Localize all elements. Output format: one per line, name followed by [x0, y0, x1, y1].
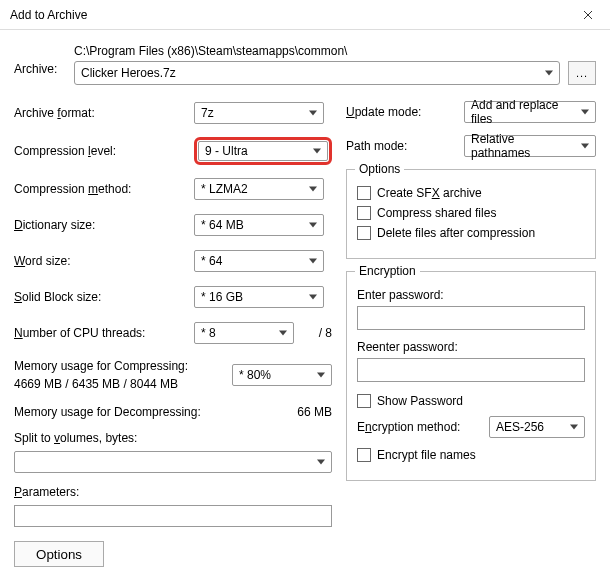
- compression-method-combo[interactable]: * LZMA2: [194, 178, 324, 200]
- encryption-legend: Encryption: [355, 264, 420, 278]
- chevron-down-icon: [309, 295, 317, 300]
- sfx-checkbox[interactable]: [357, 186, 371, 200]
- chevron-down-icon: [581, 110, 589, 115]
- chevron-down-icon: [309, 223, 317, 228]
- options-legend: Options: [355, 162, 404, 176]
- sfx-label: Create SFX archive: [377, 186, 482, 200]
- chevron-down-icon: [313, 149, 321, 154]
- path-mode-label: Path mode:: [346, 139, 456, 153]
- chevron-down-icon: [279, 331, 287, 336]
- archive-path: C:\Program Files (x86)\Steam\steamapps\c…: [74, 44, 596, 61]
- compress-shared-checkbox[interactable]: [357, 206, 371, 220]
- reenter-password-label: Reenter password:: [357, 340, 585, 354]
- compression-level-highlight: 9 - Ultra: [194, 137, 332, 165]
- dictionary-size-label: Dictionary size:: [14, 218, 194, 232]
- cpu-threads-suffix: / 8: [308, 326, 332, 340]
- split-volumes-label: Split to volumes, bytes:: [14, 431, 332, 445]
- chevron-down-icon: [570, 425, 578, 430]
- parameters-label: Parameters:: [14, 485, 332, 499]
- cpu-threads-label: Number of CPU threads:: [14, 326, 194, 340]
- split-volumes-combo[interactable]: [14, 451, 332, 473]
- encrypt-filenames-label: Encrypt file names: [377, 448, 476, 462]
- delete-after-label: Delete files after compression: [377, 226, 535, 240]
- show-password-label: Show Password: [377, 394, 463, 408]
- mem-compress-label: Memory usage for Compressing:: [14, 357, 188, 375]
- encryption-group: Encryption Enter password: Reenter passw…: [346, 271, 596, 481]
- archive-label: Archive:: [14, 44, 74, 76]
- enter-password-input[interactable]: [357, 306, 585, 330]
- word-size-label: Word size:: [14, 254, 194, 268]
- mem-decompress-label: Memory usage for Decompressing:: [14, 405, 201, 419]
- chevron-down-icon: [309, 111, 317, 116]
- chevron-down-icon: [581, 144, 589, 149]
- close-button[interactable]: [566, 0, 610, 30]
- archive-format-combo[interactable]: 7z: [194, 102, 324, 124]
- delete-after-checkbox[interactable]: [357, 226, 371, 240]
- word-size-combo[interactable]: * 64: [194, 250, 324, 272]
- chevron-down-icon: [309, 259, 317, 264]
- path-mode-combo[interactable]: Relative pathnames: [464, 135, 596, 157]
- show-password-checkbox[interactable]: [357, 394, 371, 408]
- compression-method-label: Compression method:: [14, 182, 194, 196]
- reenter-password-input[interactable]: [357, 358, 585, 382]
- update-mode-label: Update mode:: [346, 105, 456, 119]
- mem-decompress-value: 66 MB: [297, 405, 332, 419]
- solid-block-size-label: Solid Block size:: [14, 290, 194, 304]
- enter-password-label: Enter password:: [357, 288, 585, 302]
- chevron-down-icon: [317, 460, 325, 465]
- chevron-down-icon: [545, 71, 553, 76]
- close-icon: [583, 10, 593, 20]
- compression-level-label: Compression level:: [14, 144, 194, 158]
- titlebar: Add to Archive: [0, 0, 610, 30]
- chevron-down-icon: [309, 187, 317, 192]
- solid-block-size-combo[interactable]: * 16 GB: [194, 286, 324, 308]
- chevron-down-icon: [317, 373, 325, 378]
- archive-format-label: Archive format:: [14, 106, 194, 120]
- mem-percent-combo[interactable]: * 80%: [232, 364, 332, 386]
- mem-compress-value: 4669 MB / 6435 MB / 8044 MB: [14, 375, 188, 393]
- archive-filename-value: Clicker Heroes.7z: [81, 66, 176, 80]
- encrypt-filenames-checkbox[interactable]: [357, 448, 371, 462]
- encryption-method-combo[interactable]: AES-256: [489, 416, 585, 438]
- browse-button[interactable]: ...: [568, 61, 596, 85]
- parameters-input[interactable]: [14, 505, 332, 527]
- cpu-threads-combo[interactable]: * 8: [194, 322, 294, 344]
- compression-level-combo[interactable]: 9 - Ultra: [198, 141, 328, 161]
- dictionary-size-combo[interactable]: * 64 MB: [194, 214, 324, 236]
- options-group: Options Create SFX archive Compress shar…: [346, 169, 596, 259]
- update-mode-combo[interactable]: Add and replace files: [464, 101, 596, 123]
- compress-shared-label: Compress shared files: [377, 206, 496, 220]
- archive-filename-combo[interactable]: Clicker Heroes.7z: [74, 61, 560, 85]
- window-title: Add to Archive: [10, 8, 87, 22]
- options-button[interactable]: Options: [14, 541, 104, 567]
- encryption-method-label: Encryption method:: [357, 420, 460, 434]
